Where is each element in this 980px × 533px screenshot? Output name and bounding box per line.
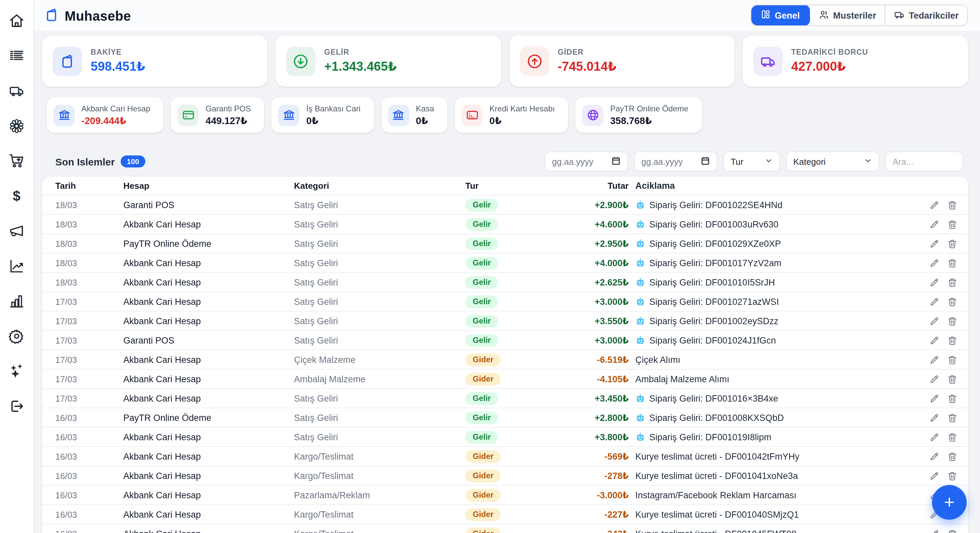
bank-icon (388, 104, 409, 126)
flower-icon[interactable] (9, 118, 25, 134)
edit-icon[interactable] (929, 297, 939, 306)
delete-icon[interactable] (947, 219, 957, 229)
edit-icon[interactable] (929, 258, 939, 268)
cell-date: 16/03 (55, 432, 123, 442)
edit-icon[interactable] (929, 219, 939, 229)
account-card-is-bankasi[interactable]: İş Bankası Cari 0₺ (272, 97, 374, 133)
bank-icon (53, 104, 75, 126)
search-input[interactable] (885, 152, 963, 171)
edit-icon[interactable] (929, 200, 939, 210)
date-from-input[interactable] (545, 152, 628, 171)
chart-bar-icon[interactable] (9, 293, 25, 309)
cell-description: Kurye teslimat ücreti - DF001042tFmYHy (628, 451, 916, 461)
delete-icon[interactable] (947, 413, 957, 423)
cell-description: Kurye teslimat ücreti - DF001040SMjzQ1 (628, 509, 916, 519)
cell-category: Satış Geliri (294, 238, 465, 249)
type-badge: Gelir (465, 392, 498, 405)
card-bakiye: BAKİYE 598.451₺ (42, 35, 268, 87)
cell-account: Akbank Cari Hesap (123, 354, 294, 365)
delete-icon[interactable] (947, 451, 957, 461)
app-window: $ Muhasebe Genel (0, 0, 980, 533)
type-select[interactable]: Tur (723, 152, 780, 171)
delete-icon[interactable] (947, 393, 957, 403)
type-badge: Gider (465, 489, 501, 502)
cell-account: Akbank Cari Hesap (123, 432, 294, 442)
edit-icon[interactable] (929, 451, 939, 461)
delete-icon[interactable] (947, 316, 957, 326)
account-card-garanti-pos[interactable]: Garanti POS 449.127₺ (171, 97, 264, 133)
table-row: 16/03 Akbank Cari Hesap Satış Geliri Gel… (42, 427, 968, 446)
arrow-down-circle-icon (286, 46, 316, 76)
type-badge: Gelir (465, 218, 498, 231)
cell-amount: -569₺ (547, 451, 628, 462)
table-row: 16/03 Akbank Cari Hesap Pazarlama/Reklam… (42, 485, 968, 504)
account-card-kasa[interactable]: Kasa 0₺ (381, 97, 448, 133)
cell-category: Satış Geliri (294, 393, 465, 403)
edit-icon[interactable] (929, 277, 939, 287)
account-card-akbank[interactable]: Akbank Cari Hesap -209.444₺ (47, 97, 164, 133)
edit-icon[interactable] (929, 413, 939, 423)
cell-amount: -3.000₺ (547, 490, 628, 500)
globe-icon (582, 104, 603, 126)
account-card-paytr[interactable]: PayTR Online Ödeme 358.768₺ (575, 97, 702, 133)
settings-gear-icon[interactable] (9, 328, 25, 344)
megaphone-icon[interactable] (9, 223, 25, 239)
delete-icon[interactable] (947, 471, 957, 480)
delete-icon[interactable] (947, 335, 957, 345)
delete-icon[interactable] (947, 432, 957, 442)
edit-icon[interactable] (929, 354, 939, 365)
cell-account: Akbank Cari Hesap (123, 219, 294, 229)
cell-account: Akbank Cari Hesap (123, 316, 294, 326)
delete-icon[interactable] (947, 258, 957, 268)
edit-icon[interactable] (929, 529, 939, 533)
home-icon[interactable] (9, 13, 25, 29)
edit-icon[interactable] (929, 335, 939, 345)
cell-amount: +2.950₺ (547, 238, 628, 249)
cell-amount: +4.000₺ (547, 257, 628, 268)
edit-icon[interactable] (929, 238, 939, 249)
cell-amount: +2.800₺ (547, 412, 628, 423)
tab-musteriler[interactable]: Musteriler (810, 5, 885, 26)
robot-icon (635, 413, 645, 423)
edit-icon[interactable] (929, 393, 939, 403)
delete-icon[interactable] (947, 354, 957, 365)
delete-icon[interactable] (947, 238, 957, 249)
tab-genel[interactable]: Genel (751, 5, 810, 26)
type-badge: Gelir (465, 431, 498, 444)
page-title-group: Muhasebe (44, 7, 131, 26)
cell-date: 16/03 (55, 490, 123, 500)
cell-category: Kargo/Teslimat (294, 529, 465, 533)
receipt-list-icon[interactable] (9, 48, 25, 64)
dashboard-icon (760, 10, 771, 21)
cart-plus-icon[interactable] (9, 153, 25, 169)
calendar-icon[interactable] (701, 156, 710, 167)
add-transaction-button[interactable]: + (932, 485, 967, 520)
table-row: 18/03 Akbank Cari Hesap Satış Geliri Gel… (42, 214, 968, 233)
chart-line-icon[interactable] (9, 258, 25, 274)
category-select[interactable]: Kategori (786, 152, 879, 171)
edit-icon[interactable] (929, 374, 939, 384)
edit-icon[interactable] (929, 316, 939, 326)
logout-icon[interactable] (9, 398, 25, 414)
delete-icon[interactable] (947, 529, 957, 533)
sparkles-icon[interactable] (9, 363, 25, 379)
delete-icon[interactable] (947, 200, 957, 210)
account-card-kredi-karti[interactable]: Kredi Kartı Hesabı 0₺ (455, 97, 568, 133)
tab-tedarikciler[interactable]: Tedarikciler (885, 5, 967, 26)
edit-icon[interactable] (929, 471, 939, 480)
robot-icon (635, 335, 645, 345)
truck-icon[interactable] (9, 83, 25, 99)
cell-category: Satış Geliri (294, 200, 465, 210)
table-row: 18/03 Akbank Cari Hesap Satış Geliri Gel… (42, 272, 968, 292)
edit-icon[interactable] (929, 432, 939, 442)
date-to-input[interactable] (634, 152, 718, 171)
delete-icon[interactable] (947, 374, 957, 384)
delete-icon[interactable] (947, 277, 957, 287)
cell-account: Akbank Cari Hesap (123, 374, 294, 384)
bank-icon (278, 104, 300, 126)
dollar-icon[interactable]: $ (9, 188, 25, 204)
cell-description: Sipariş Geliri: DF001019I8lipm (628, 432, 916, 442)
calendar-icon[interactable] (611, 156, 620, 167)
delete-icon[interactable] (947, 297, 957, 306)
card-value: +1.343.465₺ (325, 59, 397, 74)
